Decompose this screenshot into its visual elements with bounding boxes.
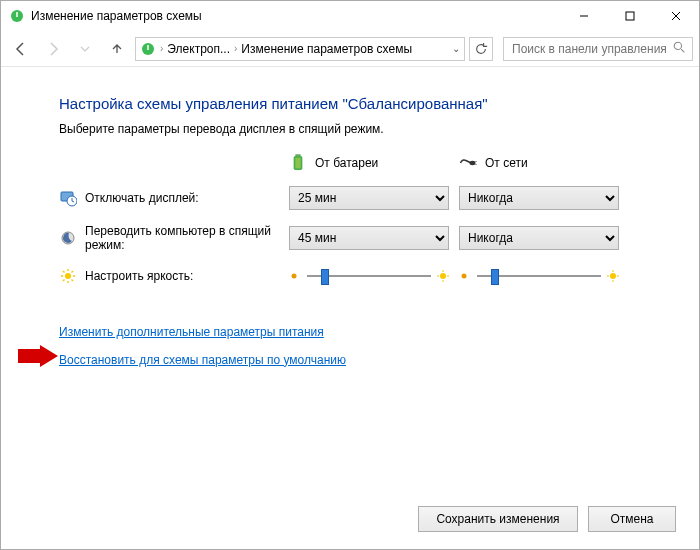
svg-point-11 (470, 161, 476, 166)
svg-marker-38 (18, 345, 58, 367)
display-battery-select[interactable]: 25 мин (289, 186, 449, 210)
display-plugged-select[interactable]: Никогда (459, 186, 619, 210)
breadcrumb-dropdown-icon[interactable]: ⌄ (452, 43, 460, 54)
link-advanced-power-settings[interactable]: Изменить дополнительные параметры питани… (59, 325, 324, 339)
battery-icon (289, 154, 307, 172)
recent-locations-dropdown[interactable] (71, 35, 99, 63)
svg-rect-2 (626, 12, 634, 20)
brightness-low-icon (459, 270, 471, 282)
button-row: Сохранить изменения Отмена (418, 506, 676, 532)
svg-point-26 (292, 273, 297, 278)
svg-line-25 (72, 271, 74, 273)
breadcrumb-item-1[interactable]: Электроп... (167, 42, 230, 56)
sun-icon (59, 267, 77, 285)
app-icon (9, 8, 25, 24)
brightness-battery-slider[interactable] (289, 268, 449, 284)
svg-line-23 (72, 279, 74, 281)
save-button[interactable]: Сохранить изменения (418, 506, 578, 532)
sleep-battery-select[interactable]: 45 мин (289, 226, 449, 250)
content-pane: Настройка схемы управления питанием "Сба… (1, 67, 699, 391)
up-button[interactable] (103, 35, 131, 63)
window-title: Изменение параметров схемы (31, 9, 561, 23)
search-icon (673, 41, 686, 57)
chevron-right-icon: › (160, 43, 163, 54)
sleep-plugged-select[interactable]: Никогда (459, 226, 619, 250)
plug-icon (459, 154, 477, 172)
page-heading: Настройка схемы управления питанием "Сба… (59, 95, 669, 112)
chevron-right-icon: › (234, 43, 237, 54)
column-header-plugged: От сети (459, 154, 629, 172)
cancel-button[interactable]: Отмена (588, 506, 676, 532)
svg-line-22 (63, 271, 65, 273)
svg-rect-8 (295, 154, 300, 156)
search-input[interactable] (510, 41, 669, 57)
slider-thumb[interactable] (491, 269, 499, 285)
brightness-low-icon (289, 270, 301, 282)
svg-point-6 (674, 42, 681, 49)
forward-button[interactable] (39, 35, 67, 63)
svg-point-17 (65, 273, 71, 279)
navbar: › Электроп... › Изменение параметров схе… (1, 31, 699, 67)
refresh-button[interactable] (469, 37, 493, 61)
row-display-off: Отключать дисплей: (59, 189, 289, 207)
titlebar: Изменение параметров схемы (1, 1, 699, 31)
brightness-high-icon (437, 270, 449, 282)
annotation-arrow (18, 345, 58, 370)
page-subheading: Выберите параметры перевода дисплея в сп… (59, 122, 669, 136)
svg-point-27 (440, 273, 446, 279)
close-button[interactable] (653, 1, 699, 31)
column-header-battery: От батареи (289, 154, 459, 172)
monitor-timer-icon (59, 189, 77, 207)
moon-icon (59, 229, 77, 247)
maximize-button[interactable] (607, 1, 653, 31)
row-sleep: Переводить компьютер в спящий режим: (59, 224, 289, 253)
svg-rect-10 (295, 158, 300, 169)
row-brightness: Настроить яркость: (59, 267, 289, 285)
brightness-high-icon (607, 270, 619, 282)
breadcrumb-item-2[interactable]: Изменение параметров схемы (241, 42, 412, 56)
svg-point-33 (610, 273, 616, 279)
breadcrumb[interactable]: › Электроп... › Изменение параметров схе… (135, 37, 465, 61)
minimize-button[interactable] (561, 1, 607, 31)
control-panel-icon (140, 41, 156, 57)
brightness-plugged-slider[interactable] (459, 268, 619, 284)
search-box[interactable] (503, 37, 693, 61)
svg-point-32 (462, 273, 467, 278)
link-restore-defaults[interactable]: Восстановить для схемы параметры по умол… (59, 353, 346, 367)
slider-thumb[interactable] (321, 269, 329, 285)
back-button[interactable] (7, 35, 35, 63)
svg-line-7 (681, 49, 684, 52)
svg-line-24 (63, 279, 65, 281)
